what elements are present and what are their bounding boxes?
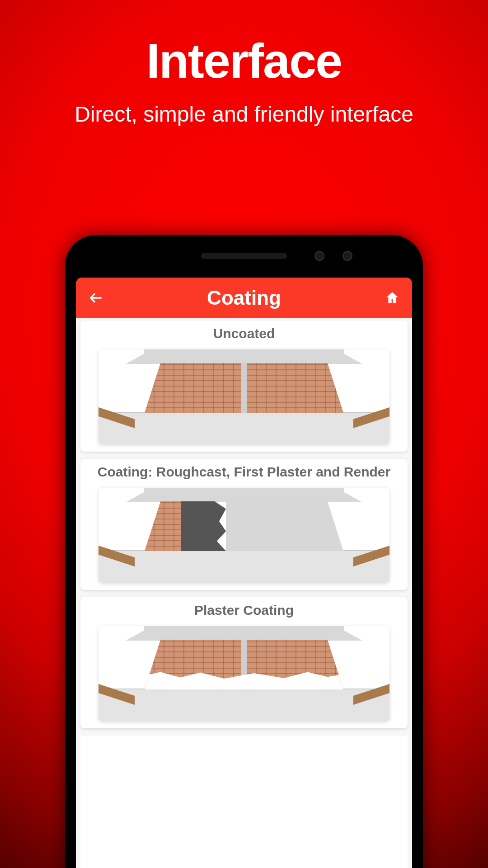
back-button[interactable] [87, 289, 105, 307]
content-whitespace [80, 736, 408, 868]
card-title: Coating: Roughcast, First Plaster and Re… [80, 459, 408, 483]
app-bar-title: Coating [207, 287, 281, 309]
phone-notch [167, 250, 321, 262]
home-button[interactable] [383, 289, 401, 307]
phone-cameras [314, 251, 352, 261]
app-bar: Coating [76, 278, 412, 318]
content-scroll[interactable]: Uncoated Coating: Roughcast, First Plast… [76, 318, 412, 868]
card-illustration [99, 626, 389, 721]
card-title: Uncoated [80, 321, 408, 345]
page-title: Interface [0, 0, 488, 89]
coating-card-uncoated[interactable]: Uncoated [80, 321, 408, 452]
phone-frame: Coating Uncoated [65, 235, 423, 868]
phone-screen: Coating Uncoated [76, 278, 412, 868]
coating-card-roughcast[interactable]: Coating: Roughcast, First Plaster and Re… [80, 459, 408, 590]
page-subtitle: Direct, simple and friendly interface [0, 89, 488, 127]
camera-dot [343, 251, 352, 261]
card-title: Plaster Coating [80, 597, 408, 622]
card-illustration [99, 488, 389, 583]
coating-card-plaster[interactable]: Plaster Coating [80, 597, 408, 728]
camera-dot [314, 251, 324, 261]
card-illustration [99, 349, 389, 444]
home-icon [385, 290, 400, 306]
arrow-left-icon [88, 290, 103, 306]
phone-speaker [201, 253, 287, 259]
